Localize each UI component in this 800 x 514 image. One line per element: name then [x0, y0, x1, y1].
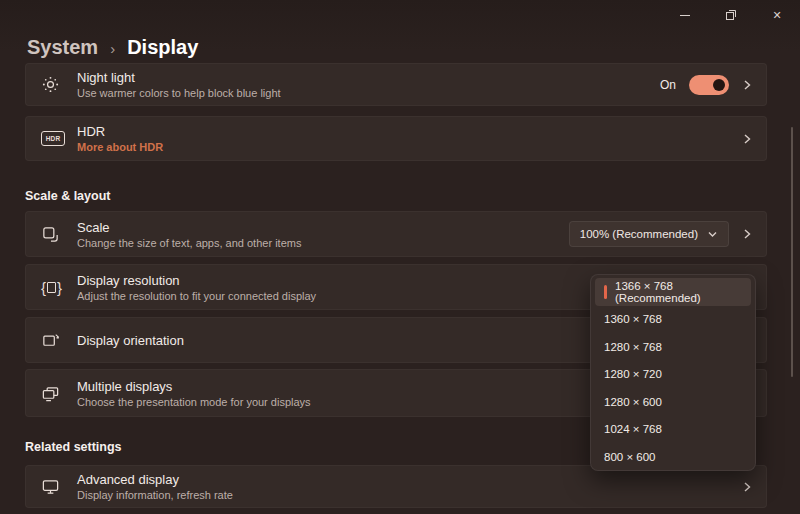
chevron-right-icon	[742, 481, 752, 493]
multiple-displays-icon	[41, 384, 77, 403]
restore-icon[interactable]	[708, 0, 754, 30]
selection-indicator	[604, 285, 607, 299]
hdr-more-link[interactable]: More about HDR	[77, 141, 742, 153]
night-light-subtitle: Use warmer colors to help block blue lig…	[77, 87, 660, 99]
chevron-right-icon	[742, 133, 752, 145]
minimize-icon[interactable]	[662, 0, 708, 30]
chevron-down-icon	[707, 230, 718, 238]
resolution-option[interactable]: 1360 × 768	[591, 306, 755, 334]
resolution-option-selected[interactable]: 1366 × 768 (Recommended)	[595, 278, 751, 306]
scale-value: 100% (Recommended)	[580, 228, 698, 240]
night-light-toggle[interactable]	[689, 75, 729, 95]
night-light-title: Night light	[77, 70, 660, 85]
advanced-display-icon	[41, 477, 77, 496]
resolution-option[interactable]: 1280 × 600	[591, 388, 755, 416]
chevron-right-icon	[742, 228, 752, 240]
window-controls: ✕	[662, 0, 800, 30]
resolution-option[interactable]: 1280 × 720	[591, 361, 755, 389]
scrollbar[interactable]	[791, 127, 793, 377]
scale-select[interactable]: 100% (Recommended)	[569, 221, 729, 247]
setting-row-hdr[interactable]: HDR HDR More about HDR	[25, 116, 767, 161]
resolution-dropdown-flyout: 1366 × 768 (Recommended) 1360 × 768 1280…	[590, 274, 756, 471]
display-resolution-icon: {}	[41, 279, 77, 296]
breadcrumb-separator-icon: ›	[110, 38, 115, 57]
close-icon[interactable]: ✕	[754, 0, 800, 30]
page-title: Display	[127, 36, 198, 59]
setting-row-advanced-display[interactable]: Advanced display Display information, re…	[25, 465, 767, 508]
hdr-icon: HDR	[41, 131, 77, 146]
display-orientation-icon	[41, 331, 77, 350]
scale-subtitle: Change the size of text, apps, and other…	[77, 237, 569, 249]
scale-icon	[41, 225, 77, 244]
night-light-icon	[41, 75, 77, 94]
setting-row-night-light[interactable]: Night light Use warmer colors to help bl…	[25, 63, 767, 106]
chevron-right-icon	[742, 79, 752, 91]
titlebar: ✕	[0, 0, 800, 30]
night-light-state: On	[660, 78, 676, 92]
advanced-display-title: Advanced display	[77, 472, 742, 487]
section-header-related-settings: Related settings	[25, 440, 122, 454]
scale-title: Scale	[77, 220, 569, 235]
resolution-option[interactable]: 1280 × 768	[591, 333, 755, 361]
resolution-option[interactable]: 1024 × 768	[591, 416, 755, 444]
advanced-display-subtitle: Display information, refresh rate	[77, 489, 742, 501]
breadcrumb-system[interactable]: System	[27, 36, 98, 59]
section-header-scale-layout: Scale & layout	[25, 189, 110, 203]
settings-window: ✕ System › Display Night light Use warme…	[0, 0, 800, 514]
setting-row-scale[interactable]: Scale Change the size of text, apps, and…	[25, 211, 767, 257]
breadcrumb: System › Display	[27, 33, 198, 61]
resolution-option[interactable]: 800 × 600	[591, 443, 755, 471]
hdr-title: HDR	[77, 124, 742, 139]
